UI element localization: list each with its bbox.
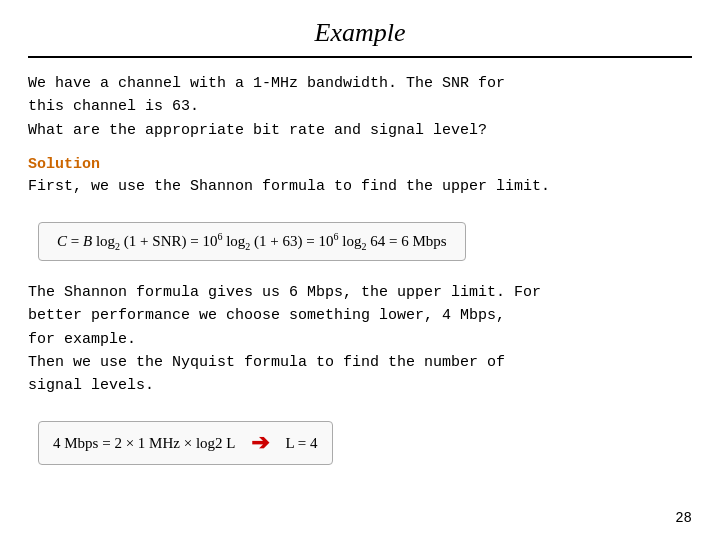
page-number: 28 xyxy=(675,510,692,526)
lower-line3: for example. xyxy=(28,331,136,348)
solution-label: Solution xyxy=(28,156,692,173)
lower-line1: The Shannon formula gives us 6 Mbps, the… xyxy=(28,284,541,301)
intro-line3: What are the appropriate bit rate and si… xyxy=(28,122,487,139)
intro-line2: this channel is 63. xyxy=(28,98,199,115)
formula2-left: 4 Mbps = 2 × 1 MHz × log2 L xyxy=(53,435,235,452)
intro-paragraph: We have a channel with a 1-MHz bandwidth… xyxy=(28,72,692,142)
intro-line1: We have a channel with a 1-MHz bandwidth… xyxy=(28,75,505,92)
formula2-box: 4 Mbps = 2 × 1 MHz × log2 L ➔ L = 4 xyxy=(38,421,333,465)
title-divider xyxy=(28,56,692,58)
slide-title: Example xyxy=(28,18,692,48)
formula2-right: L = 4 xyxy=(285,435,317,452)
lower-line5: signal levels. xyxy=(28,377,154,394)
solution-first-sentence: First, we use the Shannon formula to fin… xyxy=(28,175,692,198)
arrow-icon: ➔ xyxy=(251,430,269,456)
lower-line4: Then we use the Nyquist formula to find … xyxy=(28,354,505,371)
formula1-box: C = B log2 (1 + SNR) = 106 log2 (1 + 63)… xyxy=(38,222,466,261)
formula2-container: 4 Mbps = 2 × 1 MHz × log2 L ➔ L = 4 xyxy=(28,411,692,471)
lower-line2: better performance we choose something l… xyxy=(28,307,505,324)
formula1-container: C = B log2 (1 + SNR) = 106 log2 (1 + 63)… xyxy=(28,212,692,271)
solution-text: First, we use the Shannon formula to fin… xyxy=(28,178,550,195)
lower-paragraph: The Shannon formula gives us 6 Mbps, the… xyxy=(28,281,692,397)
slide-page: Example We have a channel with a 1-MHz b… xyxy=(0,0,720,540)
